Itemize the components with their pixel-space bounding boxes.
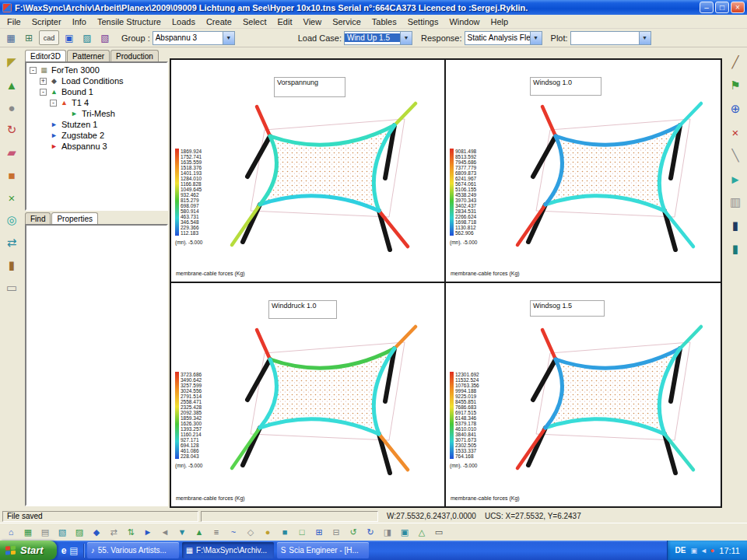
- collapse-icon[interactable]: -: [30, 67, 37, 74]
- ribbon-icon[interactable]: ▰: [2, 144, 21, 161]
- menu-tables[interactable]: Tables: [366, 16, 402, 28]
- preview-dark-icon[interactable]: ▮: [726, 217, 745, 234]
- viewport-windsog-1-0[interactable]: Windsog 1.0 9081.4988513.5927945.6867377…: [446, 60, 721, 283]
- half-icon[interactable]: ◨: [380, 525, 395, 539]
- show-desktop-icon[interactable]: ▤: [69, 545, 78, 556]
- chevron-down-icon[interactable]: ▼: [639, 32, 651, 44]
- taskbar-item-55-various-artists[interactable]: ♪55. Various Artists...: [87, 542, 179, 558]
- start-button[interactable]: Start: [0, 541, 57, 560]
- pencil-icon[interactable]: ╱: [726, 54, 745, 71]
- expand-icon[interactable]: +: [40, 78, 47, 85]
- square-icon[interactable]: ■: [277, 525, 293, 539]
- tab-find[interactable]: Find: [25, 212, 51, 224]
- cone-icon[interactable]: ▲: [2, 76, 21, 93]
- nodes-icon[interactable]: ⊞: [21, 30, 37, 45]
- tab-patterner[interactable]: Patterner: [67, 50, 110, 61]
- grid-icon[interactable]: ▦: [20, 525, 36, 539]
- properties-panel[interactable]: [25, 224, 168, 506]
- flag-icon[interactable]: ⚑: [726, 77, 745, 94]
- up-down-icon[interactable]: ⇅: [123, 525, 139, 539]
- menu-tensile-structure[interactable]: Tensile Structure: [92, 16, 167, 28]
- menu-select[interactable]: Select: [237, 16, 272, 28]
- undo-icon[interactable]: ↺: [345, 525, 361, 539]
- display-tray-icon[interactable]: ▣: [690, 547, 697, 555]
- up-icon[interactable]: ▲: [191, 525, 207, 539]
- plus-grid-icon[interactable]: ⊞: [311, 525, 327, 539]
- tree-item-zugstabe-2[interactable]: ►Zugstabe 2: [26, 130, 167, 141]
- tree-view[interactable]: -▦ForTen 3000+◆Load Conditions-▲Bound 1-…: [25, 61, 168, 211]
- viewport-winddruck-1-0[interactable]: Winddruck 1.0 3723.6863490.6423257.59930…: [171, 283, 446, 506]
- plot-view-icon[interactable]: ▧: [97, 30, 113, 45]
- chevron-down-icon[interactable]: ▼: [530, 32, 542, 44]
- link-icon[interactable]: ⇄: [106, 525, 121, 539]
- render-view-icon[interactable]: ▨: [79, 30, 95, 45]
- rotate-icon[interactable]: ↻: [2, 121, 21, 138]
- menu-info[interactable]: Info: [67, 16, 92, 28]
- collapse-icon[interactable]: -: [50, 100, 57, 107]
- tree-item-abspannu-3[interactable]: ►Abspannu 3: [26, 141, 167, 152]
- load-case-select[interactable]: Wind Up 1.5 ▼: [344, 31, 412, 45]
- menu-view[interactable]: View: [298, 16, 328, 28]
- delete-icon[interactable]: ×: [726, 124, 745, 141]
- close-button[interactable]: ×: [731, 2, 745, 13]
- chevron-down-icon[interactable]: ▼: [400, 32, 412, 44]
- tree-item-tri-mesh[interactable]: ►Tri-Mesh: [26, 108, 167, 119]
- save-icon[interactable]: ▣: [61, 30, 77, 45]
- panel-icon[interactable]: ▥: [726, 194, 745, 211]
- box-tool-icon[interactable]: ■: [2, 166, 21, 184]
- menu-service[interactable]: Service: [327, 16, 366, 28]
- swap-icon[interactable]: ⇄: [2, 234, 21, 251]
- cut-icon[interactable]: ×: [2, 189, 21, 206]
- table-icon[interactable]: ▤: [37, 525, 53, 539]
- tree-item-load-conditions[interactable]: +◆Load Conditions: [26, 75, 167, 86]
- zoom-icon[interactable]: ⊕: [726, 100, 745, 117]
- tri-icon[interactable]: △: [414, 525, 430, 539]
- plot-select[interactable]: ▼: [570, 31, 651, 45]
- menu-settings[interactable]: Settings: [402, 16, 444, 28]
- layers-icon[interactable]: ▧: [54, 525, 70, 539]
- tab-editor3d[interactable]: Editor3D: [25, 50, 66, 61]
- response-select[interactable]: Static Analysis Fle ▼: [465, 31, 542, 45]
- frame-icon[interactable]: □: [294, 525, 310, 539]
- preview-teal-icon[interactable]: ▮: [726, 240, 745, 257]
- clock[interactable]: 17:11: [719, 546, 740, 555]
- dot-icon[interactable]: ●: [260, 525, 275, 539]
- down-icon[interactable]: ▼: [174, 525, 190, 539]
- plate-icon[interactable]: ▭: [2, 279, 21, 296]
- tree-item-bound-1[interactable]: -▲Bound 1: [26, 86, 167, 97]
- barrel-icon[interactable]: ▮: [2, 257, 21, 274]
- collapse-icon[interactable]: -: [40, 89, 47, 96]
- chevron-down-icon[interactable]: ▼: [223, 32, 234, 44]
- menu-create[interactable]: Create: [201, 16, 237, 28]
- minus-grid-icon[interactable]: ⊟: [328, 525, 344, 539]
- play-icon[interactable]: ►: [140, 525, 156, 539]
- sphere-icon[interactable]: ●: [2, 99, 21, 116]
- menu-help[interactable]: Help: [486, 16, 514, 28]
- menu-icon[interactable]: ≡: [209, 525, 224, 539]
- alert-tray-icon[interactable]: ●: [710, 547, 714, 555]
- ruler-icon[interactable]: ╲: [726, 147, 745, 164]
- menu-window[interactable]: Window: [444, 16, 485, 28]
- mesh-icon[interactable]: ▨: [72, 525, 87, 539]
- node-icon[interactable]: ◆: [89, 525, 104, 539]
- viewport-vorspannung[interactable]: Vorspannung 1869.9241752.7411635.5591518…: [171, 60, 446, 283]
- home-icon[interactable]: ⌂: [3, 525, 19, 539]
- cad-toggle-button[interactable]: cad: [39, 30, 59, 45]
- tab-properties[interactable]: Properties: [51, 212, 98, 224]
- axes-view-icon[interactable]: ◤: [2, 54, 21, 71]
- menu-file[interactable]: File: [2, 16, 26, 28]
- menu-scripter[interactable]: Scripter: [26, 16, 67, 28]
- tab-production[interactable]: Production: [110, 50, 159, 61]
- keyboard-layout-indicator[interactable]: DE: [675, 546, 686, 555]
- back-icon[interactable]: ◄: [157, 525, 173, 539]
- minimize-button[interactable]: –: [700, 2, 714, 13]
- viewport-windsog-1-5[interactable]: Windsog 1.5 12301.69211532.52410763.3569…: [446, 283, 721, 506]
- arrow-tool-icon[interactable]: ►: [726, 170, 745, 187]
- tree-item-stutzen-1[interactable]: ►Stutzen 1: [26, 119, 167, 130]
- tree-item-t1-4[interactable]: -▲T1 4: [26, 97, 167, 108]
- selection-grid-icon[interactable]: ▦: [3, 30, 19, 45]
- menu-loads[interactable]: Loads: [167, 16, 201, 28]
- internet-explorer-icon[interactable]: e: [61, 545, 67, 556]
- wave-icon[interactable]: ~: [226, 525, 241, 539]
- menu-edit[interactable]: Edit: [272, 16, 298, 28]
